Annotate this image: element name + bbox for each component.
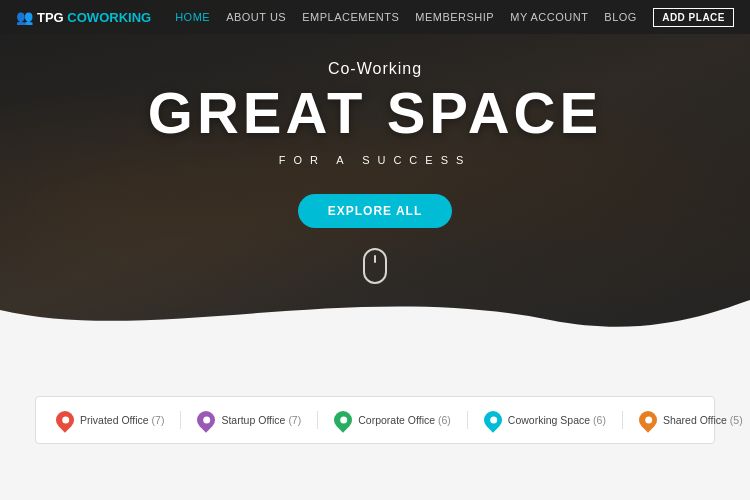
navbar: 👥 TPG COWORKING HOME ABOUT US EMPLACEMEN… xyxy=(0,0,750,34)
pin-shared xyxy=(635,407,660,432)
explore-all-button[interactable]: EXPLORE ALL xyxy=(298,194,453,228)
nav-blog[interactable]: BLOG xyxy=(604,11,637,23)
hero-wave xyxy=(0,280,750,340)
pin-inner xyxy=(644,417,651,424)
svg-rect-1 xyxy=(374,255,376,263)
place-item-corporate[interactable]: Corporate Office (6) xyxy=(318,411,468,429)
place-label-corporate: Corporate Office (6) xyxy=(358,414,451,426)
pin-inner xyxy=(62,417,69,424)
pin-inner xyxy=(340,417,347,424)
hero-section: Co-Working GREAT SPACE FOR A SUCCESS EXP… xyxy=(0,0,750,340)
place-label-shared: Shared Office (5) xyxy=(663,414,743,426)
nav-emplacements[interactable]: EMPLACEMENTS xyxy=(302,11,399,23)
pin-coworking xyxy=(480,407,505,432)
add-place-button[interactable]: ADD PLACE xyxy=(653,8,734,27)
place-item-coworking[interactable]: Coworking Space (6) xyxy=(468,411,623,429)
place-label-privated: Privated Office (7) xyxy=(80,414,164,426)
pin-startup xyxy=(194,407,219,432)
place-item-startup[interactable]: Startup Office (7) xyxy=(181,411,318,429)
hero-tagline: FOR A SUCCESS xyxy=(279,154,472,166)
logo[interactable]: 👥 TPG COWORKING xyxy=(16,9,151,25)
content-section: Privated Office (7) Startup Office (7) C… xyxy=(0,340,750,500)
pin-corporate xyxy=(330,407,355,432)
logo-icon: 👥 xyxy=(16,9,33,25)
pin-privated xyxy=(52,407,77,432)
svg-rect-0 xyxy=(364,249,386,283)
place-label-startup: Startup Office (7) xyxy=(221,414,301,426)
nav-about[interactable]: ABOUT US xyxy=(226,11,286,23)
hero-title: GREAT SPACE xyxy=(148,84,602,142)
logo-tpg: TPG xyxy=(37,10,64,25)
nav-membership[interactable]: MEMBERSHIP xyxy=(415,11,494,23)
pin-inner xyxy=(489,417,496,424)
pin-inner xyxy=(203,417,210,424)
nav-myaccount[interactable]: MY ACCOUNT xyxy=(510,11,588,23)
places-card: Privated Office (7) Startup Office (7) C… xyxy=(35,396,715,444)
place-item-shared[interactable]: Shared Office (5) xyxy=(623,411,750,429)
logo-coworking: COWORKING xyxy=(67,10,151,25)
nav-home[interactable]: HOME xyxy=(175,11,210,23)
nav-links: HOME ABOUT US EMPLACEMENTS MEMBERSHIP MY… xyxy=(175,11,653,23)
place-item-privated[interactable]: Privated Office (7) xyxy=(56,411,181,429)
hero-subtitle: Co-Working xyxy=(328,60,422,78)
place-label-coworking: Coworking Space (6) xyxy=(508,414,606,426)
